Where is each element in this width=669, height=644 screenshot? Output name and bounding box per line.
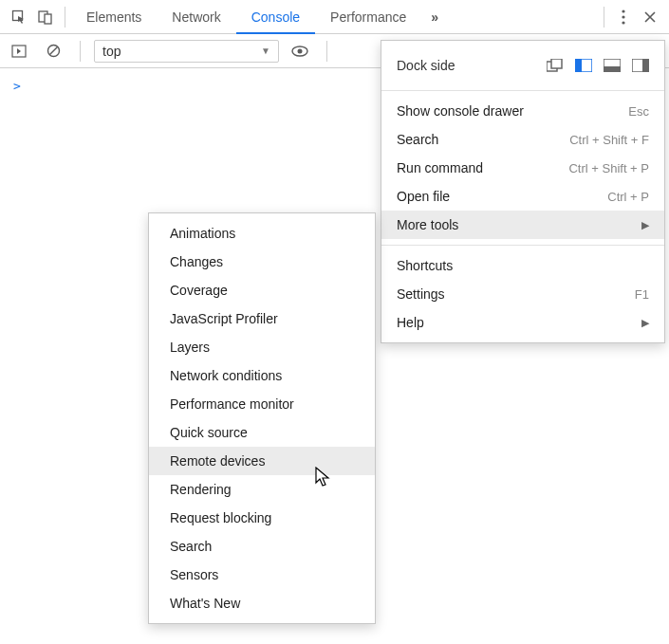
clear-console-icon[interactable] (40, 38, 66, 64)
tool-javascript-profiler[interactable]: JavaScript Profiler (149, 304, 375, 333)
tool-quick-source[interactable]: Quick source (149, 418, 375, 447)
tool-animations[interactable]: Animations (149, 219, 375, 248)
svg-rect-15 (604, 66, 621, 72)
dock-right-icon[interactable] (632, 59, 649, 72)
more-tools-submenu: Animations Changes Coverage JavaScript P… (148, 212, 376, 624)
dock-side-label: Dock side (397, 58, 455, 73)
device-toggle-icon[interactable] (32, 4, 59, 30)
inspect-element-icon[interactable] (6, 4, 32, 30)
tool-request-blocking[interactable]: Request blocking (149, 504, 375, 532)
chevron-down-icon: ▼ (261, 46, 270, 56)
devtools-tabbar: Elements Network Console Performance » (0, 0, 669, 34)
more-tabs-icon[interactable]: » (421, 4, 448, 30)
close-devtools-icon[interactable] (637, 4, 663, 30)
context-value: top (102, 44, 121, 59)
tool-search[interactable]: Search (149, 532, 375, 561)
sidebar-toggle-icon[interactable] (6, 38, 32, 64)
live-expression-icon[interactable] (287, 38, 313, 64)
menu-run-command[interactable]: Run commandCtrl + Shift + P (381, 154, 664, 182)
menu-settings[interactable]: SettingsF1 (381, 280, 664, 308)
tab-console[interactable]: Console (236, 0, 315, 33)
dock-left-icon[interactable] (575, 59, 592, 72)
svg-point-5 (622, 21, 624, 24)
svg-point-4 (622, 15, 624, 18)
submenu-caret-icon: ▶ (641, 219, 649, 231)
menu-show-console-drawer[interactable]: Show console drawerEsc (381, 97, 664, 125)
tool-changes[interactable]: Changes (149, 248, 375, 276)
dock-bottom-icon[interactable] (604, 59, 621, 72)
tool-coverage[interactable]: Coverage (149, 276, 375, 304)
svg-point-9 (298, 48, 303, 53)
menu-search[interactable]: SearchCtrl + Shift + F (381, 125, 664, 154)
menu-shortcuts[interactable]: Shortcuts (381, 251, 664, 280)
kebab-menu-icon[interactable] (610, 4, 637, 30)
tool-layers[interactable]: Layers (149, 333, 375, 361)
menu-more-tools[interactable]: More tools▶ (381, 211, 664, 239)
tab-network[interactable]: Network (157, 0, 235, 33)
svg-rect-11 (551, 59, 562, 68)
svg-rect-13 (575, 59, 582, 72)
tool-network-conditions[interactable]: Network conditions (149, 361, 375, 390)
tab-performance[interactable]: Performance (315, 0, 421, 33)
tool-rendering[interactable]: Rendering (149, 475, 375, 504)
console-prompt: > (13, 79, 21, 93)
menu-open-file[interactable]: Open fileCtrl + P (381, 182, 664, 211)
submenu-caret-icon: ▶ (641, 317, 649, 329)
menu-help[interactable]: Help▶ (381, 308, 664, 337)
tool-remote-devices[interactable]: Remote devices (149, 447, 375, 475)
dock-undock-icon[interactable] (547, 59, 564, 72)
tool-performance-monitor[interactable]: Performance monitor (149, 390, 375, 418)
svg-rect-17 (642, 59, 649, 72)
svg-rect-2 (45, 14, 51, 24)
tool-sensors[interactable]: Sensors (149, 561, 375, 589)
main-menu: Dock side Show console drawerEsc SearchC… (381, 40, 665, 343)
svg-point-3 (622, 9, 624, 12)
tool-whats-new[interactable]: What's New (149, 589, 375, 617)
tab-elements[interactable]: Elements (71, 0, 157, 33)
context-selector[interactable]: top ▼ (94, 40, 279, 63)
